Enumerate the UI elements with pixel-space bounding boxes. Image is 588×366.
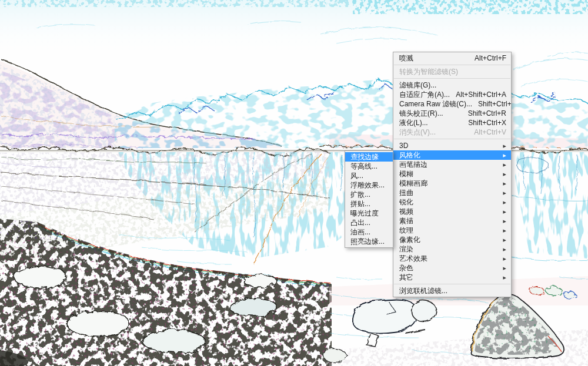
submenu-arrow-icon: ▶ (503, 229, 506, 233)
menu-item-lens-correction[interactable]: 镜头校正(R)...Shift+Ctrl+R (393, 109, 511, 118)
menu-item-label: 素描 (399, 216, 413, 226)
submenu-arrow-icon: ▶ (503, 266, 506, 270)
menu-separator (394, 78, 510, 79)
menu-item-label: 杂色 (399, 263, 413, 273)
menu-item-oil-paint[interactable]: 油画... (345, 227, 393, 237)
menu-item-convert-for-smart-filters: 转换为智能滤镜(S) (393, 67, 511, 76)
menu-item-solarize[interactable]: 曝光过度 (345, 209, 393, 218)
menu-item-label: Camera Raw 滤镜(C)... (399, 99, 472, 109)
menu-item-label: 视频 (399, 207, 413, 216)
submenu-arrow-icon: ▶ (503, 182, 506, 186)
menu-item-label: 曝光过度 (350, 209, 379, 218)
menu-item-tiles[interactable]: 拼贴... (345, 199, 393, 209)
filter-menu: 喷溅Alt+Ctrl+F转换为智能滤镜(S)滤镜库(G)...自适应广角(A).… (393, 52, 512, 297)
menu-item-shortcut: Shift+Ctrl+X (462, 119, 506, 127)
menu-item-brush-strokes[interactable]: 画笔描边▶ (393, 160, 511, 169)
menu-item-video[interactable]: 视频▶ (393, 207, 511, 216)
submenu-arrow-icon: ▶ (503, 247, 506, 251)
menu-item-blur[interactable]: 模糊▶ (393, 169, 511, 179)
menu-item-label: 消失点(V)... (399, 127, 436, 137)
menu-item-label: 浏览联机滤镜... (399, 286, 447, 296)
menu-item-repeat-last-filter-spatter[interactable]: 喷溅Alt+Ctrl+F (393, 53, 511, 63)
menu-item-label: 锐化 (399, 197, 413, 207)
stylize-submenu: 查找边缘等高线...风...浮雕效果...扩散...拼贴...曝光过度凸出...… (345, 150, 393, 248)
menu-item-emboss[interactable]: 浮雕效果... (345, 180, 393, 190)
submenu-arrow-icon: ▶ (503, 257, 506, 261)
menu-item-label: 转换为智能滤镜(S) (399, 67, 458, 76)
menu-item-wind[interactable]: 风... (345, 171, 393, 180)
menu-item-label: 纹理 (399, 226, 413, 235)
menu-item-shortcut: Shift+Ctrl+A (472, 100, 511, 108)
submenu-arrow-icon: ▶ (503, 191, 506, 195)
menu-item-label: 浮雕效果... (350, 180, 385, 190)
menu-separator (394, 65, 510, 65)
menu-item-label: 扩散... (350, 190, 370, 199)
menu-separator (394, 284, 510, 284)
menu-item-label: 自适应广角(A)... (399, 90, 450, 99)
menu-item-glowing-edges[interactable]: 照亮边缘... (345, 237, 393, 246)
submenu-arrow-icon: ▶ (503, 163, 506, 167)
menu-item-find-edges[interactable]: 查找边缘 (345, 152, 393, 162)
menu-item-render[interactable]: 渲染▶ (393, 244, 511, 254)
menu-item-label: 镜头校正(R)... (399, 109, 443, 118)
menu-item-label: 等高线... (350, 162, 377, 171)
menu-item-noise[interactable]: 杂色▶ (393, 263, 511, 273)
menu-item-shortcut: Alt+Ctrl+F (469, 54, 506, 62)
menu-item-label: 渲染 (399, 244, 413, 254)
menu-item-label: 拼贴... (350, 199, 370, 209)
menu-item-label: 液化(L)... (399, 118, 428, 127)
menu-item-filter-gallery[interactable]: 滤镜库(G)... (393, 80, 511, 90)
menu-item-blur-gallery[interactable]: 模糊画廊▶ (393, 179, 511, 188)
menu-item-stylize[interactable]: 风格化▶ (393, 150, 511, 160)
menu-item-adaptive-wide-angle[interactable]: 自适应广角(A)...Alt+Shift+Ctrl+A (393, 90, 511, 99)
menu-item-liquify[interactable]: 液化(L)...Shift+Ctrl+X (393, 118, 511, 127)
menu-item-label: 喷溅 (399, 53, 413, 63)
menu-item-label: 凸出... (350, 218, 370, 227)
menu-item-other[interactable]: 其它▶ (393, 273, 511, 282)
menu-item-label: 照亮边缘... (350, 237, 385, 246)
submenu-arrow-icon: ▶ (503, 238, 506, 242)
menu-item-pixelate[interactable]: 像素化▶ (393, 235, 511, 244)
menu-item-label: 查找边缘 (350, 152, 379, 162)
submenu-arrow-icon: ▶ (503, 210, 506, 214)
submenu-arrow-icon: ▶ (503, 276, 506, 280)
submenu-arrow-icon: ▶ (503, 153, 506, 157)
submenu-arrow-icon: ▶ (503, 144, 506, 148)
menu-item-label: 像素化 (399, 235, 420, 244)
menu-item-shortcut: Alt+Shift+Ctrl+A (450, 90, 506, 99)
menu-item-sharpen[interactable]: 锐化▶ (393, 197, 511, 207)
menu-item-label: 扭曲 (399, 188, 413, 197)
menu-item-label: 模糊 (399, 169, 413, 179)
menu-item-shortcut: Shift+Ctrl+R (462, 109, 506, 117)
menu-item-label: 模糊画廊 (399, 179, 427, 188)
menu-item-distort[interactable]: 扭曲▶ (393, 188, 511, 197)
menu-item-texture[interactable]: 纹理▶ (393, 226, 511, 235)
menu-item-camera-raw-filter[interactable]: Camera Raw 滤镜(C)...Shift+Ctrl+A (393, 99, 511, 109)
menu-item-artistic[interactable]: 艺术效果▶ (393, 254, 511, 263)
menu-item-extrude[interactable]: 凸出... (345, 218, 393, 227)
menu-item-label: 画笔描边 (399, 160, 427, 169)
menu-item-label: 滤镜库(G)... (399, 80, 436, 90)
menu-item-label: 风格化 (399, 150, 420, 160)
menu-item-3d[interactable]: 3D▶ (393, 141, 511, 150)
submenu-arrow-icon: ▶ (503, 200, 506, 204)
submenu-arrow-icon: ▶ (503, 172, 506, 176)
submenu-arrow-icon: ▶ (503, 219, 506, 223)
menu-item-trace-contour[interactable]: 等高线... (345, 162, 393, 171)
menu-item-label: 3D (399, 142, 408, 150)
menu-separator (394, 139, 510, 139)
menu-item-label: 其它 (399, 273, 413, 282)
menu-item-shortcut: Alt+Ctrl+V (468, 128, 506, 136)
menu-item-sketch[interactable]: 素描▶ (393, 216, 511, 226)
menu-item-label: 风... (350, 171, 363, 180)
menu-item-label: 油画... (350, 227, 370, 237)
menu-item-diffuse[interactable]: 扩散... (345, 190, 393, 199)
menu-item-vanishing-point: 消失点(V)...Alt+Ctrl+V (393, 127, 511, 137)
menu-item-browse-filters-online[interactable]: 浏览联机滤镜... (393, 286, 511, 296)
photoshop-canvas: 喷溅Alt+Ctrl+F转换为智能滤镜(S)滤镜库(G)...自适应广角(A).… (0, 0, 588, 366)
menu-item-label: 艺术效果 (399, 254, 427, 263)
